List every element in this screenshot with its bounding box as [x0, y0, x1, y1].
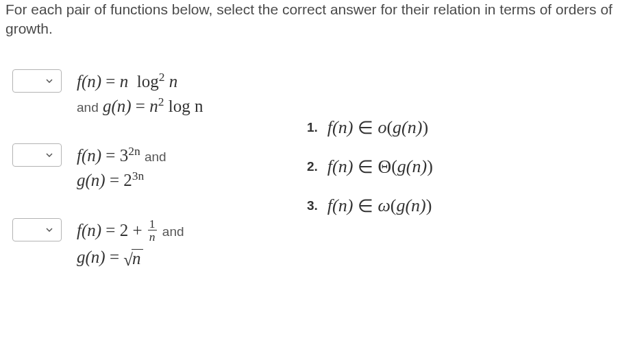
answer-dropdown[interactable] [12, 143, 62, 167]
chevron-down-icon [46, 79, 53, 83]
and-label: and [145, 150, 166, 164]
answer-option: 2. f(n) ∈ Θ(g(n)) [307, 156, 639, 178]
instructions-text: For each pair of functions below, select… [5, 0, 639, 39]
question-row: f(n) = n log2 n and g(n) = n2 log n [12, 69, 300, 119]
answer-option: 3. f(n) ∈ ω(g(n)) [307, 196, 639, 217]
question-body: f(n) = 32n and g(n) = 23n [77, 143, 166, 193]
and-label: and [77, 100, 99, 115]
question-body: f(n) = 2 + 1n and g(n) = √n [77, 218, 184, 270]
and-label: and [162, 224, 184, 239]
answer-option: 1. f(n) ∈ o(g(n)) [307, 117, 639, 139]
questions-column: f(n) = n log2 n and g(n) = n2 log n f [5, 69, 300, 294]
answer-number: 1. [307, 120, 318, 135]
question-row: f(n) = 2 + 1n and g(n) = √n [12, 218, 300, 270]
answers-column: 1. f(n) ∈ o(g(n)) 2. f(n) ∈ Θ(g(n)) 3. f… [300, 69, 639, 235]
question-body: f(n) = n log2 n and g(n) = n2 log n [77, 69, 203, 119]
answer-dropdown[interactable] [12, 218, 62, 241]
chevron-down-icon [46, 153, 53, 157]
answer-number: 2. [307, 159, 318, 174]
question-row: f(n) = 32n and g(n) = 23n [12, 143, 300, 193]
chevron-down-icon [46, 228, 53, 232]
answer-dropdown[interactable] [12, 69, 62, 93]
answer-number: 3. [307, 198, 318, 213]
